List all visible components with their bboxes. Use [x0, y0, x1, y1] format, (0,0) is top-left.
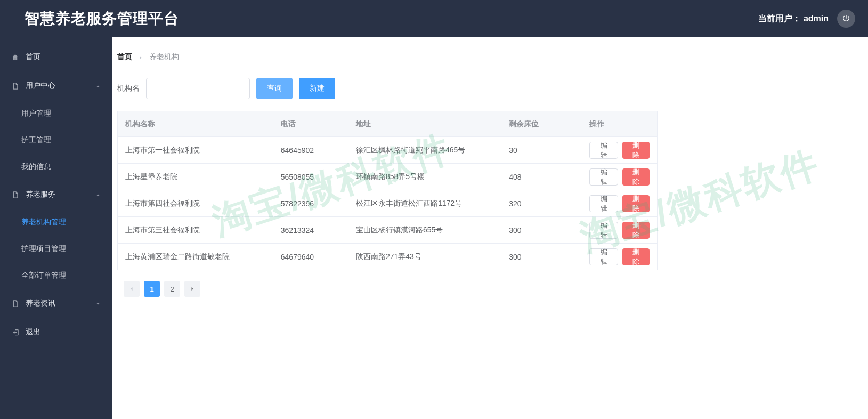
sidebar-item-label: 养老机构管理	[21, 217, 66, 227]
cell-beds: 30	[501, 137, 582, 164]
edit-button[interactable]: 编辑	[589, 142, 618, 159]
breadcrumb-current: 养老机构	[149, 52, 179, 62]
cell-name: 上海市第四社会福利院	[118, 190, 273, 217]
app-header: 智慧养老服务管理平台 当前用户： admin	[0, 0, 868, 37]
th-ops: 操作	[582, 111, 657, 137]
doc-icon	[11, 82, 19, 90]
cell-addr: 环镇南路858弄5号楼	[348, 164, 501, 190]
page-number-button[interactable]: 2	[164, 281, 180, 297]
home-icon	[11, 53, 19, 61]
edit-button[interactable]: 编辑	[589, 195, 618, 212]
user-prefix: 当前用户：	[758, 14, 801, 23]
sidebar-item-label: 养老服务	[26, 190, 95, 199]
cell-beds: 300	[501, 217, 582, 244]
cell-beds: 408	[501, 164, 582, 190]
pagination: 1 2	[117, 270, 863, 308]
chevron-up-icon	[95, 191, 101, 198]
search-button[interactable]: 查询	[256, 78, 293, 99]
cell-ops: 编辑删除	[582, 244, 657, 270]
cell-phone: 56508055	[273, 164, 348, 190]
cell-beds: 300	[501, 244, 582, 270]
sidebar-item-news[interactable]: 养老资讯	[0, 289, 112, 318]
page-number-button[interactable]: 1	[144, 281, 160, 297]
cell-phone: 36213324	[273, 217, 348, 244]
sidebar-subitem-project-manage[interactable]: 护理项目管理	[0, 236, 112, 262]
sidebar-item-label: 我的信息	[21, 162, 51, 172]
sidebar-item-label: 全部订单管理	[21, 271, 66, 280]
main-content: 淘宝/微科软件 淘宝/微科软件 首页 养老机构 机构名 查询 新建 机构名称 电…	[112, 37, 868, 419]
chevron-down-icon	[95, 300, 101, 307]
cell-name: 上海市第一社会福利院	[118, 137, 273, 164]
cell-beds: 320	[501, 190, 582, 217]
delete-button[interactable]: 删除	[622, 142, 650, 159]
th-beds: 剩余床位	[501, 111, 582, 137]
delete-button[interactable]: 删除	[622, 195, 650, 212]
edit-button[interactable]: 编辑	[589, 248, 618, 265]
cell-phone: 64679640	[273, 244, 348, 270]
cell-ops: 编辑删除	[582, 217, 657, 244]
sidebar-item-label: 首页	[26, 52, 101, 62]
sidebar-item-logout[interactable]: 退出	[0, 318, 112, 347]
sidebar: 首页 用户中心 用户管理 护工管理 我的信息 养老服务 养老机构管理 护理项目管…	[0, 37, 112, 419]
org-table: 机构名称 电话 地址 剩余床位 操作 上海市第一社会福利院64645902徐汇区…	[117, 111, 658, 270]
cell-addr: 松江区永丰街道松汇西路1172号	[348, 190, 501, 217]
delete-button[interactable]: 删除	[622, 222, 650, 239]
cell-ops: 编辑删除	[582, 190, 657, 217]
table-row: 上海星堡养老院56508055环镇南路858弄5号楼408编辑删除	[118, 164, 658, 190]
sidebar-subitem-org-manage[interactable]: 养老机构管理	[0, 209, 112, 236]
cell-phone: 64645902	[273, 137, 348, 164]
org-name-input[interactable]	[146, 78, 250, 99]
new-button[interactable]: 新建	[299, 78, 335, 99]
sidebar-subitem-order-manage[interactable]: 全部订单管理	[0, 262, 112, 289]
th-name: 机构名称	[118, 111, 273, 137]
cell-ops: 编辑删除	[582, 164, 657, 190]
cell-addr: 徐汇区枫林路街道宛平南路465号	[348, 137, 501, 164]
power-button[interactable]	[837, 10, 855, 28]
logout-icon	[11, 328, 19, 336]
sidebar-item-label: 养老资讯	[26, 299, 95, 308]
delete-button[interactable]: 删除	[622, 248, 650, 265]
cell-ops: 编辑删除	[582, 137, 657, 164]
cell-name: 上海黄浦区瑞金二路街道敬老院	[118, 244, 273, 270]
user-name: admin	[804, 14, 829, 23]
sidebar-subitem-user-manage[interactable]: 用户管理	[0, 100, 112, 127]
sidebar-item-care-service[interactable]: 养老服务	[0, 180, 112, 209]
cell-addr: 陕西南路271弄43号	[348, 244, 501, 270]
sidebar-item-home[interactable]: 首页	[0, 43, 112, 71]
table-row: 上海市第三社会福利院36213324宝山区杨行镇漠河路655号300编辑删除	[118, 217, 658, 244]
sidebar-item-label: 用户管理	[21, 109, 51, 118]
toolbar: 机构名 查询 新建	[117, 71, 863, 111]
sidebar-item-label: 护理项目管理	[21, 244, 66, 254]
sidebar-item-label: 退出	[26, 327, 101, 337]
table-row: 上海黄浦区瑞金二路街道敬老院64679640陕西南路271弄43号300编辑删除	[118, 244, 658, 270]
th-phone: 电话	[273, 111, 348, 137]
page-next-button[interactable]	[184, 281, 200, 297]
current-user: 当前用户： admin	[758, 13, 829, 25]
app-title: 智慧养老服务管理平台	[25, 9, 179, 29]
power-icon	[842, 14, 850, 24]
sidebar-item-label: 护工管理	[21, 135, 51, 145]
edit-button[interactable]: 编辑	[589, 222, 618, 239]
doc-icon	[11, 190, 19, 199]
sidebar-subitem-nurse-manage[interactable]: 护工管理	[0, 127, 112, 154]
cell-name: 上海星堡养老院	[118, 164, 273, 190]
table-row: 上海市第一社会福利院64645902徐汇区枫林路街道宛平南路465号30编辑删除	[118, 137, 658, 164]
page-prev-button[interactable]	[124, 281, 140, 297]
delete-button[interactable]: 删除	[622, 168, 650, 186]
sidebar-item-user-center[interactable]: 用户中心	[0, 71, 112, 100]
search-label: 机构名	[117, 84, 140, 93]
cell-phone: 57822396	[273, 190, 348, 217]
table-row: 上海市第四社会福利院57822396松江区永丰街道松汇西路1172号320编辑删…	[118, 190, 658, 217]
cell-addr: 宝山区杨行镇漠河路655号	[348, 217, 501, 244]
breadcrumb-home[interactable]: 首页	[117, 52, 132, 62]
chevron-up-icon	[95, 83, 101, 89]
sidebar-subitem-my-info[interactable]: 我的信息	[0, 154, 112, 180]
th-addr: 地址	[348, 111, 501, 137]
doc-icon	[11, 299, 19, 308]
cell-name: 上海市第三社会福利院	[118, 217, 273, 244]
sidebar-item-label: 用户中心	[26, 81, 95, 91]
chevron-right-icon	[137, 53, 144, 61]
breadcrumb: 首页 养老机构	[117, 43, 863, 71]
edit-button[interactable]: 编辑	[589, 168, 618, 186]
